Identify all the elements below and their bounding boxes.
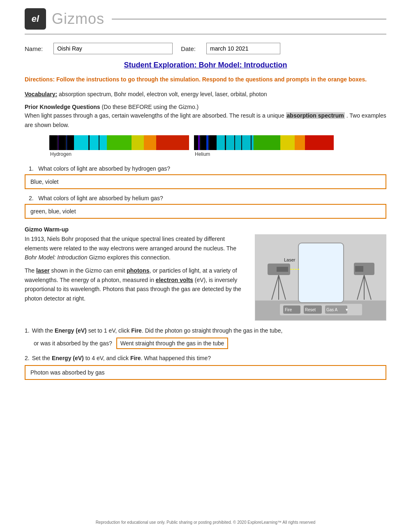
fire-bold: Fire <box>131 327 142 334</box>
directions-text: Directions: Follow the instructions to g… <box>25 75 386 84</box>
vocabulary-line: Vocabulary: absorption spectrum, Bohr mo… <box>25 90 386 99</box>
svg-text:Laser: Laser <box>284 257 296 262</box>
svg-rect-11 <box>99 135 99 150</box>
svg-rect-21 <box>208 135 210 150</box>
logo-icon: el <box>32 14 39 24</box>
warmup-questions-section: 1. With the Energy (eV) set to 1 eV, cli… <box>25 326 386 380</box>
svg-rect-23 <box>234 135 235 150</box>
pk-q2-answer[interactable]: green, blue, violet <box>25 204 386 219</box>
svg-rect-4 <box>107 135 132 150</box>
svg-rect-7 <box>156 135 189 150</box>
svg-rect-25 <box>251 135 252 150</box>
warmup-q1-answer[interactable]: Went straight through the gas in the tub… <box>116 338 229 349</box>
warmup-q1-answer-row: or was it absorbed by the gas? Went stra… <box>34 338 386 349</box>
prior-title: Prior Knowledge Questions <box>25 104 100 110</box>
prior-text-a: When light passes through a gas, certain… <box>25 112 284 119</box>
svg-rect-22 <box>225 135 226 150</box>
helium-spectrum-box: Helium <box>194 135 334 157</box>
app-name: Gizmos <box>52 10 104 28</box>
svg-rect-9 <box>65 135 67 150</box>
pk-q2-num: 2. <box>29 195 37 201</box>
vocabulary-label: Vocabulary: <box>25 91 57 97</box>
warmup-para1: In 1913, Niels Bohr proposed that the un… <box>25 234 247 262</box>
svg-text:Fire: Fire <box>285 308 292 312</box>
prior-subtitle: (Do these BEFORE using the Gizmo.) <box>102 104 199 110</box>
header: el Gizmos <box>25 8 386 35</box>
warmup-q1: 1. With the Energy (eV) set to 1 eV, cli… <box>25 326 386 349</box>
svg-text:Reset: Reset <box>305 308 316 312</box>
pk-question-1: 1. What colors of light are absorbed by … <box>25 165 386 189</box>
name-input[interactable] <box>53 43 173 54</box>
warmup-q1-body: With the Energy (eV) set to 1 eV, click … <box>32 326 386 335</box>
svg-rect-6 <box>144 135 156 150</box>
svg-rect-10 <box>88 135 90 150</box>
vocabulary-terms: absorption spectrum, Bohr model, electro… <box>59 91 267 97</box>
warmup-para1-a: In 1913, Niels Bohr proposed that the un… <box>25 236 236 251</box>
doc-title: Student Exploration: Bohr Model: Introdu… <box>25 61 386 69</box>
prior-text: When light passes through a gas, certain… <box>25 111 386 130</box>
pk-q2-text: 2. What colors of light are absorbed by … <box>29 195 386 201</box>
hydrogen-label: Hydrogen <box>49 151 72 157</box>
svg-rect-24 <box>241 135 242 150</box>
name-date-row: Name: Date: <box>25 43 386 54</box>
svg-rect-5 <box>132 135 144 150</box>
svg-rect-28 <box>298 243 344 303</box>
photons-highlight: photons <box>127 267 149 274</box>
prior-knowledge-section: Prior Knowledge Questions (Do these BEFO… <box>25 104 386 130</box>
footer: Reproduction for educational use only. P… <box>0 520 411 525</box>
warmup-section: Gizmo Warm-up In 1913, Niels Bohr propos… <box>25 226 386 321</box>
warmup-q2-body: Set the Energy (eV) to 4 eV, and click F… <box>32 354 386 363</box>
pk-q1-answer[interactable]: Blue, violet <box>25 174 386 189</box>
warmup-layout: In 1913, Niels Bohr proposed that the un… <box>25 234 386 321</box>
warmup-para1-italic: Bohr Model: Introduction <box>25 254 88 261</box>
svg-rect-8 <box>57 135 58 150</box>
pk-q1-text: 1. What colors of light are absorbed by … <box>29 165 386 172</box>
svg-rect-17 <box>280 135 295 150</box>
svg-text:Gas A: Gas A <box>326 308 338 312</box>
svg-text:▾: ▾ <box>346 307 348 312</box>
energy-ev-bold2: Energy (eV) <box>52 355 84 361</box>
svg-rect-31 <box>277 267 288 272</box>
name-label: Name: <box>25 45 43 52</box>
svg-rect-18 <box>295 135 305 150</box>
warmup-para2: The laser shown in the Gizmo can emit ph… <box>25 266 247 303</box>
prior-knowledge-header: Prior Knowledge Questions (Do these BEFO… <box>25 104 386 110</box>
hydrogen-spectrum-image <box>49 135 189 150</box>
logo-box: el <box>25 8 46 30</box>
warmup-q2-answer[interactable]: Photon was absorbed by gas <box>25 365 386 380</box>
svg-rect-36 <box>355 266 363 272</box>
svg-rect-20 <box>200 135 201 150</box>
svg-rect-16 <box>254 135 280 150</box>
svg-rect-19 <box>305 135 334 150</box>
warmup-q1-num: 1. <box>25 326 30 335</box>
pk-q1-num: 1. <box>29 165 37 172</box>
warmup-para1-b: Gizmo explores this connection. <box>89 254 170 261</box>
warmup-para2-a: The <box>25 267 36 274</box>
date-label: Date: <box>181 45 196 52</box>
laser-highlight: laser <box>36 267 50 274</box>
svg-rect-3 <box>74 135 107 150</box>
warmup-q1-text: 1. With the Energy (eV) set to 1 eV, cli… <box>25 326 386 335</box>
warmup-image-col: Laser <box>255 234 386 321</box>
pk-question-2: 2. What colors of light are absorbed by … <box>25 195 386 219</box>
spectrum-container: Hydrogen <box>49 135 386 157</box>
warmup-q2-text: 2. Set the Energy (eV) to 4 eV, and clic… <box>25 354 386 363</box>
warmup-q2-num: 2. <box>25 354 30 363</box>
hydrogen-spectrum-box: Hydrogen <box>49 135 189 157</box>
warmup-q1-prefix: or was it absorbed by the gas? <box>34 340 112 347</box>
warmup-q2: 2. Set the Energy (eV) to 4 eV, and clic… <box>25 354 386 380</box>
fire-bold2: Fire <box>130 355 141 361</box>
helium-label: Helium <box>194 151 210 157</box>
ev-highlight: electron volts <box>156 277 193 283</box>
gizmo-simulation-image: Laser <box>255 234 386 321</box>
warmup-text-col: In 1913, Niels Bohr proposed that the un… <box>25 234 247 303</box>
warmup-title: Gizmo Warm-up <box>25 226 386 233</box>
helium-spectrum-image <box>194 135 334 150</box>
warmup-para2-b: shown in the Gizmo can emit <box>50 267 127 274</box>
absorption-highlight: absorption spectrum <box>286 112 345 119</box>
energy-ev-bold: Energy (eV) <box>55 327 87 334</box>
date-input[interactable] <box>206 43 280 54</box>
header-divider <box>112 19 386 20</box>
